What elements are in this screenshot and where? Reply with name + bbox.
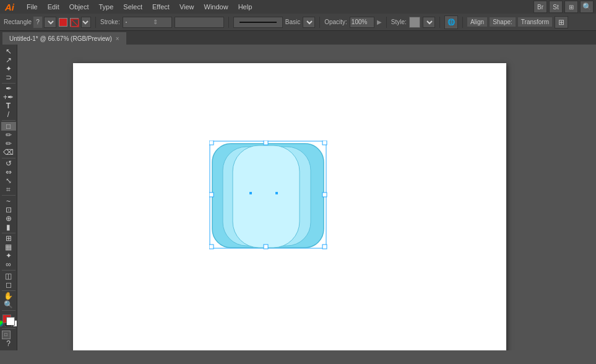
menu-help[interactable]: Help <box>233 2 257 12</box>
main-area: ↖ ↗ ✦ ⊃ ✒ +✒ T / □ ✏ ✏ ⌫ ↺ ⇔ ⤡ ⌗ ~ ⊡ ⊕ ▮… <box>0 45 596 350</box>
shape-dropdown[interactable]: ▾ <box>44 17 56 28</box>
toolbar: Rectangle ? ▾ ▾ Stroke: ⇕ Basic ▾ Opacit… <box>0 14 596 31</box>
shape-selector: Rectangle ? ▾ <box>4 16 56 28</box>
stroke-arrows[interactable]: ⇕ <box>153 19 158 25</box>
menu-object[interactable]: Object <box>64 2 94 12</box>
pen-tool[interactable]: ✒ <box>1 84 16 93</box>
handle-tl[interactable] <box>209 141 214 145</box>
front-shape[interactable] <box>233 145 300 248</box>
hand-tool[interactable]: ✋ <box>1 292 16 300</box>
menu-type[interactable]: Type <box>94 2 119 12</box>
rotate-tool[interactable]: ↺ <box>1 159 16 168</box>
search-ext-icon[interactable]: 🔍 <box>580 1 594 13</box>
line-tool[interactable]: / <box>1 110 16 119</box>
fill-color-swatch[interactable] <box>59 18 67 27</box>
menu-view[interactable]: View <box>175 2 199 12</box>
handle-bm[interactable] <box>264 245 268 249</box>
shape-button[interactable]: Shape: <box>490 17 516 27</box>
workspace-icon[interactable]: ⊞ <box>564 1 578 13</box>
magic-wand-tool[interactable]: ✦ <box>1 64 16 73</box>
menu-effect[interactable]: Effect <box>147 2 175 12</box>
handle-tr[interactable] <box>322 141 327 145</box>
divider-6 <box>462 17 463 28</box>
pencil-tool[interactable]: ✏ <box>1 139 16 148</box>
align-button[interactable]: Align <box>467 17 487 27</box>
style-swatch[interactable] <box>409 17 420 28</box>
selection-tool[interactable]: ↖ <box>1 47 16 56</box>
stroke-color-swatch[interactable] <box>70 18 79 27</box>
menu-edit[interactable]: Edit <box>43 2 64 12</box>
style-label: Style: <box>391 19 407 25</box>
canvas-area <box>17 45 596 350</box>
handle-br[interactable] <box>322 245 327 249</box>
scale-tool[interactable]: ⤡ <box>1 176 16 185</box>
transform-button[interactable]: Transform <box>518 17 552 27</box>
handle-mr[interactable] <box>322 193 327 197</box>
stroke-swatch[interactable] <box>6 317 15 326</box>
shape-icon-btn[interactable]: ? <box>33 16 43 28</box>
opacity-arrow[interactable]: ▶ <box>377 19 382 25</box>
symbol-tool[interactable]: ⊕ <box>1 214 16 223</box>
tab-title: Untitled-1* @ 66.67% (RGB/Preview) <box>9 35 112 42</box>
style-dropdown[interactable]: ▾ <box>423 17 435 28</box>
divider-2 <box>228 17 229 28</box>
direct-selection-tool[interactable]: ↗ <box>1 56 16 64</box>
graph-tool[interactable]: ▮ <box>1 223 16 232</box>
divider-4 <box>386 17 387 28</box>
artboard-tool[interactable]: ◻ <box>1 280 16 289</box>
divider-3 <box>319 17 320 28</box>
handle-ml[interactable] <box>209 193 214 197</box>
stroke-fill-selector[interactable] <box>175 17 224 28</box>
shape-label: Rectangle <box>4 19 32 25</box>
divider-5 <box>439 17 440 28</box>
artwork-svg <box>209 141 333 255</box>
menu-file[interactable]: File <box>22 2 43 12</box>
stroke-style-label: Basic <box>285 19 300 25</box>
bridge-icon[interactable]: Br <box>533 1 547 13</box>
zoom-tool[interactable]: 🔍 <box>1 300 16 309</box>
tab-close-btn[interactable]: × <box>116 35 119 42</box>
opacity-input[interactable] <box>350 17 374 28</box>
stroke-style-preview <box>233 17 283 28</box>
blend-tool[interactable]: ∞ <box>1 260 16 269</box>
eraser-tool[interactable]: ⌫ <box>1 148 16 157</box>
stroke-width-input[interactable]: ⇕ <box>123 17 172 28</box>
stroke-label: Stroke: <box>100 19 120 25</box>
paintbrush-tool[interactable]: ✏ <box>1 131 16 139</box>
text-tool[interactable]: T <box>1 102 16 110</box>
stroke-arrows-select[interactable]: ▾ <box>81 17 91 28</box>
toolbox: ↖ ↗ ✦ ⊃ ✒ +✒ T / □ ✏ ✏ ⌫ ↺ ⇔ ⤡ ⌗ ~ ⊡ ⊕ ▮… <box>0 45 17 350</box>
lasso-tool[interactable]: ⊃ <box>1 73 16 82</box>
divider-1 <box>95 17 96 28</box>
color-swatches[interactable] <box>1 312 16 319</box>
normal-draw-btn[interactable]: □ <box>2 331 11 339</box>
svg-line-0 <box>72 20 78 26</box>
panel-toggle-btn[interactable]: ⊞ <box>555 16 568 28</box>
add-anchor-tool[interactable]: +✒ <box>1 93 16 102</box>
stroke-line-visual <box>240 22 277 23</box>
mesh-tool[interactable]: ⊞ <box>1 234 16 243</box>
menu-select[interactable]: Select <box>118 2 147 12</box>
document-tab[interactable]: Untitled-1* @ 66.67% (RGB/Preview) × <box>2 32 126 45</box>
stroke-value-field[interactable] <box>128 19 153 25</box>
warp-tool[interactable]: ~ <box>1 197 16 206</box>
menubar: Ai File Edit Object Type Select Effect V… <box>0 0 596 14</box>
gradient-tool[interactable]: ▦ <box>1 243 16 251</box>
draw-mode-area: □ <box>2 331 15 339</box>
rectangle-tool[interactable]: □ <box>1 122 16 131</box>
menu-window[interactable]: Window <box>199 2 233 12</box>
stroke-style-dropdown[interactable]: ▾ <box>303 17 315 28</box>
handle-bl[interactable] <box>209 245 214 249</box>
eyedropper-tool[interactable]: ✦ <box>1 251 16 260</box>
opacity-label: Opacity: <box>324 19 347 25</box>
reflect-tool[interactable]: ⇔ <box>1 168 16 176</box>
question-tool[interactable]: ? <box>1 339 16 348</box>
slice-tool[interactable]: ◫ <box>1 272 16 280</box>
free-transform-tool[interactable]: ⊡ <box>1 206 16 214</box>
web-icon[interactable]: 🌐 <box>444 15 458 29</box>
shear-tool[interactable]: ⌗ <box>1 185 16 194</box>
app-logo: Ai <box>2 2 17 12</box>
center-dot-right <box>275 192 278 194</box>
handle-tm[interactable] <box>264 141 268 145</box>
stock-icon[interactable]: St <box>549 1 563 13</box>
